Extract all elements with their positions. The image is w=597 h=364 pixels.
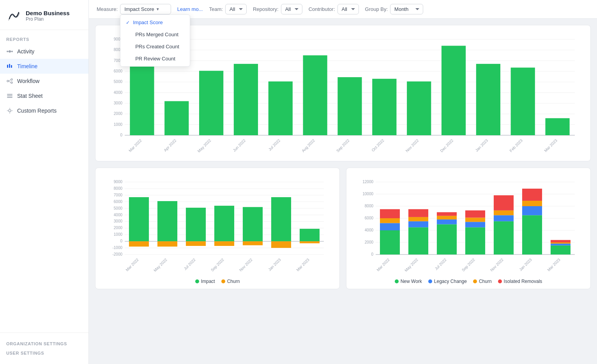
sidebar-item-timeline[interactable]: Timeline — [0, 59, 88, 74]
legend-isolated: Isolated Removals — [498, 279, 542, 284]
svg-rect-7 — [11, 65, 12, 68]
legend-churn-label: Churn — [227, 279, 240, 284]
learn-label: Learn mo... — [177, 6, 203, 12]
brand-logo — [6, 8, 22, 23]
svg-rect-13 — [7, 94, 12, 95]
legend-churn-right-dot — [473, 279, 477, 283]
brand-plan: Pro Plan — [26, 16, 70, 22]
legend-impact-label: Impact — [201, 279, 215, 284]
svg-point-0 — [9, 50, 11, 53]
dropdown-item-label: Impact Score — [133, 19, 163, 25]
dropdown-item-label: PR Review Count — [135, 56, 175, 62]
svg-point-2 — [11, 51, 13, 52]
check-icon: ✓ — [126, 20, 130, 25]
legend-new-work-label: New Work — [401, 279, 422, 284]
measure-label: Measure: — [97, 6, 118, 12]
statsheet-icon — [6, 92, 13, 99]
sidebar-item-statsheet-label: Stat Sheet — [17, 93, 42, 99]
charts-area: Impact Churn New Work — [89, 19, 597, 364]
legend-isolated-dot — [498, 279, 502, 283]
dropdown-item-label: PRs Merged Count — [135, 32, 178, 37]
svg-point-8 — [7, 80, 9, 82]
sidebar-item-custom[interactable]: Custom Reports — [0, 103, 88, 118]
measure-dropdown-menu: ✓ Impact Score PRs Merged Count PRs Crea… — [120, 14, 190, 67]
sidebar-item-activity-label: Activity — [17, 48, 34, 55]
contributor-label: Contributor: — [309, 6, 335, 12]
bottom-left-chart-canvas — [103, 174, 332, 276]
svg-point-1 — [7, 51, 8, 52]
repository-label: Repository: — [253, 6, 279, 12]
sidebar-nav: Activity Timeline — [0, 44, 88, 118]
bottom-right-card: New Work Legacy Change Churn Isolated Re… — [346, 168, 591, 289]
sidebar-item-workflow-label: Workflow — [17, 78, 39, 84]
group-by-select[interactable]: Month Week Quarter — [390, 4, 423, 14]
svg-line-11 — [9, 80, 11, 81]
sidebar-item-statsheet[interactable]: Stat Sheet — [0, 88, 88, 103]
activity-icon — [6, 48, 13, 55]
svg-point-9 — [11, 79, 12, 80]
dropdown-item-pr-review[interactable]: PR Review Count — [120, 53, 190, 65]
team-filter-group: Team: All — [209, 4, 246, 14]
measure-dropdown-trigger[interactable]: Impact Score ▼ — [120, 4, 171, 14]
top-bar: Measure: Impact Score ▼ ✓ Impact Score P… — [89, 0, 597, 19]
measure-filter-group: Measure: Impact Score ▼ ✓ Impact Score P… — [97, 4, 171, 14]
measure-selected-value: Impact Score — [124, 6, 154, 12]
contributor-filter-group: Contributor: All — [309, 4, 359, 14]
sidebar-item-workflow[interactable]: Workflow — [0, 74, 88, 88]
bottom-left-legend: Impact Churn — [103, 279, 332, 284]
sidebar-item-timeline-label: Timeline — [17, 63, 37, 69]
repository-select[interactable]: All — [281, 4, 302, 14]
svg-rect-15 — [7, 97, 12, 98]
legend-impact-dot — [195, 279, 199, 283]
legend-new-work: New Work — [395, 279, 422, 284]
sidebar-item-activity[interactable]: Activity — [0, 44, 88, 59]
bottom-left-card: Impact Churn — [95, 168, 340, 289]
bottom-row: Impact Churn New Work — [95, 168, 591, 289]
legend-impact: Impact — [195, 279, 215, 284]
svg-rect-14 — [7, 95, 12, 96]
main-content: Measure: Impact Score ▼ ✓ Impact Score P… — [89, 0, 597, 364]
reports-section-label: REPORTS — [0, 30, 88, 44]
legend-legacy: Legacy Change — [428, 279, 467, 284]
repository-filter-group: Repository: All — [253, 4, 302, 14]
custom-icon — [6, 107, 13, 114]
group-by-label: Group By: — [365, 6, 388, 12]
svg-line-12 — [9, 81, 11, 83]
group-by-filter-group: Group By: Month Week Quarter — [365, 4, 424, 14]
measure-dropdown-wrapper: Impact Score ▼ ✓ Impact Score PRs Merged… — [120, 4, 171, 14]
legend-isolated-label: Isolated Removals — [504, 279, 542, 284]
brand-name: Demo Business — [26, 10, 70, 16]
sidebar-bottom: ORGANIZATION SETTINGS USER SETTINGS — [0, 332, 88, 364]
legend-churn: Churn — [221, 279, 240, 284]
org-settings[interactable]: ORGANIZATION SETTINGS — [6, 339, 82, 348]
legend-legacy-dot — [428, 279, 432, 283]
bottom-right-chart-canvas — [354, 174, 583, 276]
team-select[interactable]: All — [225, 4, 247, 14]
timeline-icon — [6, 63, 13, 70]
workflow-icon — [6, 78, 13, 85]
legend-churn-right-label: Churn — [479, 279, 492, 284]
sidebar: Demo Business Pro Plan REPORTS Activity — [0, 0, 89, 364]
svg-rect-5 — [7, 65, 8, 68]
team-label: Team: — [209, 6, 223, 12]
legend-legacy-label: Legacy Change — [434, 279, 467, 284]
contributor-select[interactable]: All — [337, 4, 359, 14]
user-settings[interactable]: USER SETTINGS — [6, 348, 82, 358]
dropdown-item-prs-created[interactable]: PRs Created Count — [120, 41, 190, 53]
dropdown-item-label: PRs Created Count — [135, 44, 179, 49]
legend-new-work-dot — [395, 279, 399, 283]
legend-churn-right: Churn — [473, 279, 492, 284]
svg-rect-6 — [9, 64, 10, 68]
bottom-right-legend: New Work Legacy Change Churn Isolated Re… — [354, 279, 583, 284]
svg-point-16 — [9, 110, 11, 112]
dropdown-item-prs-merged[interactable]: PRs Merged Count — [120, 28, 190, 41]
legend-churn-dot — [221, 279, 225, 283]
brand-area: Demo Business Pro Plan — [0, 0, 88, 30]
svg-point-10 — [11, 82, 12, 83]
dropdown-item-impact-score[interactable]: ✓ Impact Score — [120, 16, 190, 28]
sidebar-item-custom-label: Custom Reports — [17, 108, 57, 114]
learn-more-link[interactable]: Learn mo... — [177, 6, 203, 12]
